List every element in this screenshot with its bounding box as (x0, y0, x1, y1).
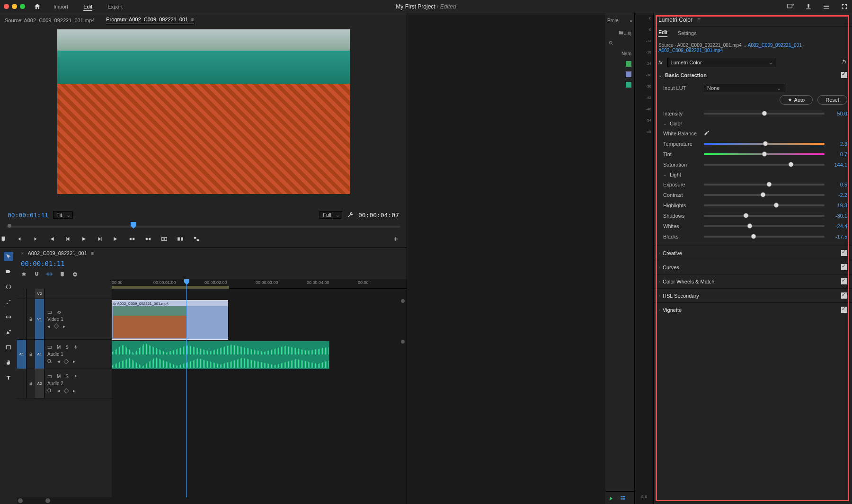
playhead[interactable] (186, 279, 187, 497)
minimize-window-icon[interactable] (12, 4, 17, 9)
timeline-tracks[interactable]: 00:00 00:00:01:00 00:00:02:00 00:00:03:0… (112, 279, 407, 497)
vignette-section[interactable]: ›Vignette (654, 302, 852, 317)
maximize-window-icon[interactable] (20, 4, 25, 9)
shadows-value[interactable]: -30.1 (828, 213, 847, 219)
input-lut-select[interactable]: None (704, 84, 784, 92)
fx-badge[interactable]: fx (658, 60, 663, 65)
extract-icon[interactable] (145, 236, 151, 242)
list-view-icon[interactable] (620, 495, 626, 501)
source-tab[interactable]: Source: A002_C009_092221_001.mp4 (5, 18, 95, 23)
wrench-icon[interactable] (347, 212, 354, 218)
razor-tool[interactable] (4, 297, 13, 307)
whites-value[interactable]: -24.4 (828, 223, 847, 229)
program-tab[interactable]: Program: A002_C009_092221_001 ≡ (106, 17, 194, 24)
v2-target[interactable]: V2 (35, 289, 44, 299)
export-frame-icon[interactable] (161, 236, 168, 242)
basic-enable-checkbox[interactable] (841, 72, 847, 78)
saturation-slider[interactable] (704, 164, 825, 166)
vignette-checkbox[interactable] (841, 307, 847, 313)
creative-checkbox[interactable] (841, 250, 847, 256)
auto-button[interactable]: Auto (780, 95, 813, 105)
type-tool[interactable] (4, 373, 13, 382)
bin-item[interactable] (626, 61, 631, 67)
out-point-icon[interactable] (32, 236, 39, 242)
lock-icon[interactable] (28, 352, 33, 357)
tint-value[interactable]: 0.7 (828, 151, 847, 157)
play-icon[interactable] (80, 236, 87, 242)
tint-slider[interactable] (704, 153, 825, 155)
eye-icon[interactable] (57, 310, 62, 315)
time-ruler[interactable]: 00:00 00:00:01:00 00:00:02:00 00:00:03:0… (112, 279, 407, 289)
v-scroll[interactable] (401, 340, 405, 344)
hand-tool[interactable] (4, 358, 13, 367)
zoom-fit-select[interactable]: Fit (53, 211, 73, 219)
effect-select[interactable]: Lumetri Color (667, 58, 776, 67)
creative-section[interactable]: ›Creative (654, 246, 852, 260)
basic-correction-header[interactable]: ⌄Basic Correction (654, 69, 852, 81)
workspace-menu-icon[interactable] (823, 3, 830, 10)
goto-out-icon[interactable] (113, 236, 119, 242)
whites-slider[interactable] (704, 225, 825, 227)
selection-tool[interactable] (4, 252, 13, 261)
wheels-section[interactable]: ›Color Wheels & Match (654, 274, 852, 288)
settings-icon[interactable] (72, 271, 78, 277)
toggle-output-icon[interactable] (47, 310, 52, 315)
tab-import[interactable]: Import (53, 4, 68, 9)
video-clip[interactable]: fxA002_C009_092221_001.mp4 (112, 300, 228, 340)
proxy-icon[interactable] (193, 236, 200, 242)
v1-target[interactable]: V1 (35, 299, 44, 339)
linked-sel-icon[interactable] (46, 271, 53, 277)
curves-checkbox[interactable] (841, 264, 847, 270)
v-scroll[interactable] (401, 299, 405, 303)
mic-icon[interactable] (73, 345, 78, 350)
lock-icon[interactable] (28, 381, 33, 386)
reset-effect-icon[interactable] (841, 59, 847, 66)
snap-icon[interactable] (21, 271, 27, 277)
timeline-zoom-scroll[interactable] (17, 497, 407, 504)
a1-source[interactable]: A1 (17, 340, 27, 369)
intensity-slider[interactable] (704, 113, 825, 115)
comparison-icon[interactable] (177, 236, 184, 242)
lift-icon[interactable] (129, 236, 135, 242)
tab-export[interactable]: Export (107, 4, 123, 9)
resolution-select[interactable]: Full (320, 211, 342, 219)
ripple-tool[interactable] (4, 282, 13, 292)
a1-target[interactable]: A1 (35, 340, 44, 369)
hsl-section[interactable]: ›HSL Secondary (654, 288, 852, 302)
tab-edit[interactable]: Edit (83, 4, 92, 9)
s-toggle[interactable]: S (65, 345, 69, 350)
hsl-checkbox[interactable] (841, 292, 847, 299)
mute-icon[interactable] (47, 345, 52, 350)
quick-export-icon[interactable] (787, 3, 794, 10)
contrast-slider[interactable] (704, 194, 825, 196)
home-icon[interactable] (34, 3, 41, 10)
color-subheader[interactable]: ⌄Color (663, 119, 847, 128)
search-icon[interactable] (608, 40, 614, 46)
audio-clip[interactable] (112, 341, 329, 369)
blacks-slider[interactable] (704, 236, 825, 238)
project-tab[interactable]: Proje (607, 18, 618, 23)
marker-add-icon[interactable] (59, 271, 65, 277)
sequence-tab[interactable]: A002_C009_092221_001 (27, 250, 87, 256)
eyedropper-icon[interactable] (704, 130, 710, 137)
seq-link[interactable]: A002_C009_092221_001 (748, 43, 802, 48)
exposure-slider[interactable] (704, 184, 825, 186)
rect-tool[interactable] (4, 343, 13, 352)
contrast-value[interactable]: -2.2 (828, 192, 847, 198)
temperature-value[interactable]: 2.3 (828, 141, 847, 147)
saturation-value[interactable]: 144.1 (828, 162, 847, 168)
highlights-value[interactable]: 19.3 (828, 203, 847, 208)
window-controls[interactable] (4, 4, 25, 9)
magnet-icon[interactable] (34, 271, 40, 277)
a2-target[interactable]: A2 (35, 369, 44, 398)
goto-in-icon[interactable] (48, 236, 55, 242)
reset-button[interactable]: Reset (817, 95, 847, 105)
expand-icon[interactable]: » (630, 18, 632, 23)
lock-icon[interactable] (28, 317, 33, 322)
step-back-icon[interactable] (64, 236, 71, 242)
name-column[interactable]: Nam (621, 51, 631, 56)
track-select-tool[interactable] (4, 267, 13, 276)
share-icon[interactable] (805, 3, 812, 10)
in-point-icon[interactable] (16, 236, 23, 242)
lumetri-edit-tab[interactable]: Edit (658, 29, 667, 37)
